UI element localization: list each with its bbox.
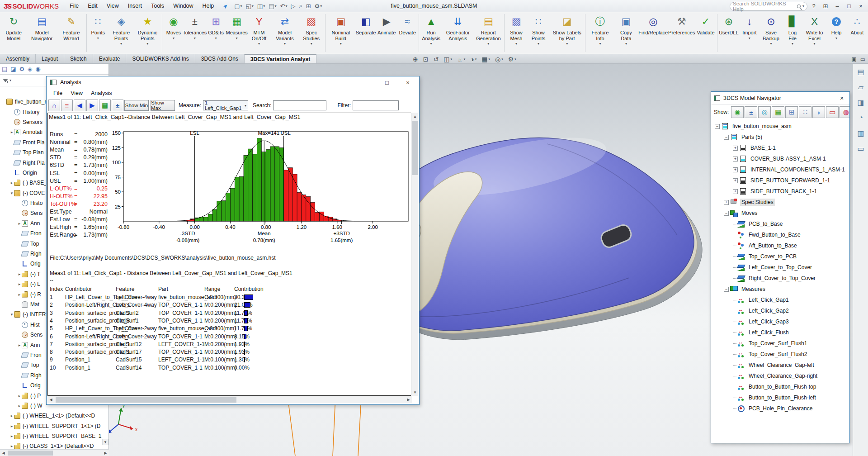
menu-tools[interactable]: Tools [146, 0, 169, 12]
app-options-button[interactable]: ⊞ [820, 1, 831, 11]
save-backup-button[interactable]: ⊙Save Backup▾ [760, 13, 782, 53]
rebuild-icon[interactable]: ⊞ [304, 3, 313, 10]
show-min-button[interactable]: Show Min [124, 100, 149, 111]
show-mesh-button[interactable]: ▩Show Mesh▾ [505, 13, 527, 53]
menu-file[interactable]: File [65, 0, 83, 12]
tree-scroll-left-button[interactable]: ◀ [0, 450, 7, 456]
measures-button[interactable]: ▦Measures▾ [226, 13, 247, 53]
view-settings-icon[interactable]: ◎▾ [495, 56, 503, 63]
print-icon[interactable]: ▤▾ [267, 3, 278, 10]
restore-button[interactable]: □ [844, 1, 854, 11]
pin-menu-icon[interactable]: ➤ [222, 2, 230, 10]
feature-wizard-button[interactable]: ✎Feature Wizard [57, 13, 85, 53]
analysis-menu-analysis[interactable]: Analysis [87, 90, 116, 96]
prev-measure-icon[interactable]: ◀ [74, 100, 85, 111]
navigator-close-button[interactable]: × [837, 95, 847, 102]
expand-arrow-icon[interactable]: ▸ [17, 282, 22, 286]
hlm-chart-icon[interactable]: ≡ [61, 100, 73, 111]
help-search-input[interactable]: Search SOLIDWORKS Help ▾ [730, 2, 807, 11]
measure-info-icon[interactable]: ▦ [99, 100, 111, 111]
expand-ribbon-icon[interactable]: ▣ [851, 56, 856, 62]
expand-arrow-icon[interactable]: ▸ [9, 130, 14, 134]
analysis-vscroll-thumb[interactable] [412, 121, 418, 175]
moves-button[interactable]: ◉Moves▾ [163, 13, 184, 53]
menu-window[interactable]: Window [169, 0, 198, 12]
tree-scroll-down-button[interactable]: ▼ [102, 439, 108, 445]
undo-icon[interactable]: ↶▾ [278, 3, 289, 10]
analysis-title-bar[interactable]: Analysis – □ × [47, 76, 419, 88]
expand-arrow-icon[interactable]: ▸ [9, 413, 14, 418]
collapse-box-icon[interactable]: − [724, 211, 729, 216]
about-button[interactable]: ∴About [847, 13, 868, 53]
camera-icon[interactable]: ⚙▾ [508, 56, 516, 63]
tree-scrollbar-thumb[interactable] [8, 451, 53, 456]
navigator-item[interactable]: Top_Cover_to_PCB [711, 251, 850, 262]
show-deviate-icon[interactable]: ◍ [840, 106, 849, 118]
tree-item[interactable]: ▸(-) WHEEL_SUPPORT_BASE_1 [0, 431, 109, 441]
analysis-maximize-button[interactable]: □ [377, 76, 397, 88]
feature-manager-tab-icon-1[interactable]: ◪ [10, 66, 16, 72]
analysis-minimize-button[interactable]: – [356, 76, 377, 88]
expand-arrow-icon[interactable]: ▸ [9, 424, 14, 428]
navigator-item[interactable]: Wheel_Clearance_Gap-left [711, 360, 850, 370]
navigator-item[interactable]: Top_Cover_Surf_Flush1 [711, 338, 850, 349]
hide-show-icon[interactable]: ▦▾ [481, 56, 490, 63]
tab-evaluate[interactable]: Evaluate [93, 54, 127, 63]
show-points-icon[interactable]: ∷ [799, 106, 811, 118]
expand-box-icon[interactable]: + [733, 146, 738, 151]
navigator-item[interactable]: Button_to_Button_Flush-top [711, 381, 850, 392]
tab-assembly[interactable]: Assembly [0, 54, 36, 63]
tree-horizontal-scrollbar[interactable]: ◀ ▶ [0, 449, 109, 456]
navigator-item[interactable]: Left_Click_Gap3 [711, 316, 850, 327]
show-tolerances-icon[interactable]: ± [745, 106, 757, 118]
navigator-item[interactable]: Fwd_Button_to_Base [711, 229, 850, 240]
navigator-item[interactable]: PCB_Hole_Pin_Clearance [711, 403, 850, 414]
navigator-item[interactable]: −Parts (5) [711, 132, 850, 142]
next-measure-icon[interactable]: ▶ [86, 100, 98, 111]
menu-insert[interactable]: Insert [123, 0, 146, 12]
histogram-icon[interactable]: ∩ [48, 100, 60, 111]
dynamic-points-button[interactable]: ★Dynamic Points▾ [134, 13, 161, 53]
section-view-icon[interactable]: ◫▾ [443, 56, 452, 63]
navigator-item[interactable]: +COVER_SUB-ASSY_1_ASM-1 [711, 153, 850, 164]
tolerances-button[interactable]: ±Tolerances▾ [184, 13, 206, 53]
analysis-scroll-up-button[interactable]: ▲ [411, 113, 419, 120]
navigator-item[interactable]: Left_Click_Gap1 [711, 294, 850, 305]
analysis-scroll-down-button[interactable]: ▼ [411, 389, 419, 396]
show-surfaces-icon[interactable]: ◗ [812, 106, 825, 118]
show-measures-icon[interactable]: ▦ [772, 106, 784, 118]
userdll-button[interactable]: ⊛UserDLL [718, 13, 739, 53]
new-doc-icon[interactable]: ▢▾ [232, 3, 244, 10]
filter-caret-icon[interactable]: ▾ [9, 78, 11, 82]
menu-help[interactable]: Help [198, 0, 219, 12]
collapse-box-icon[interactable]: − [715, 124, 720, 129]
menu-edit[interactable]: Edit [83, 0, 102, 12]
navigator-item[interactable]: Left_Click_Gap2 [711, 305, 850, 316]
search-caret-icon[interactable]: ▾ [802, 4, 804, 8]
navigator-title-bar[interactable]: 3DCS Model Navigator × [711, 92, 849, 104]
feature-manager-tab-icon-3[interactable]: ◈ [28, 66, 32, 72]
log-file-button[interactable]: ▊Log File▾ [782, 13, 803, 53]
navigator-item[interactable]: Aft_Button_to_Base [711, 240, 850, 251]
feature-manager-tab-icon-4[interactable]: ◉ [35, 66, 40, 72]
expand-arrow-icon[interactable]: ▸ [9, 434, 14, 438]
menu-view[interactable]: View [102, 0, 123, 12]
analysis-search-input[interactable] [273, 100, 326, 110]
navigator-item[interactable]: PCB_to_Base [711, 218, 850, 229]
feature-manager-tab-icon-0[interactable]: ▤ [2, 66, 7, 72]
analysis-scroll-left-button[interactable]: ◀ [47, 396, 54, 403]
expand-arrow-icon[interactable]: ▸ [17, 394, 22, 398]
analysis-hscroll-thumb[interactable] [56, 397, 236, 403]
zoom-fit-icon[interactable]: ⊕ [413, 56, 418, 63]
open-icon[interactable]: ◱▾ [244, 3, 255, 10]
show-gdt-icon[interactable]: ◎ [758, 106, 771, 118]
navigator-item[interactable]: Top_Cover_Surf_Flush2 [711, 349, 850, 360]
close-button[interactable]: × [855, 1, 866, 11]
feature-info-button[interactable]: ⓘFeature Info▾ [586, 13, 614, 53]
navigator-item[interactable]: +SIDE_BUTTON_FORWARD_1-1 [711, 175, 850, 186]
find-replace-button[interactable]: ◎Find/Replace [638, 13, 668, 53]
expand-arrow-icon[interactable]: ▸ [17, 292, 22, 297]
navigator-item[interactable]: −Measures [711, 284, 850, 294]
navigator-item[interactable]: Button_to_Button_Flush-left [711, 392, 850, 403]
gd-ts-button[interactable]: ⊞GD&Ts▾ [206, 13, 226, 53]
